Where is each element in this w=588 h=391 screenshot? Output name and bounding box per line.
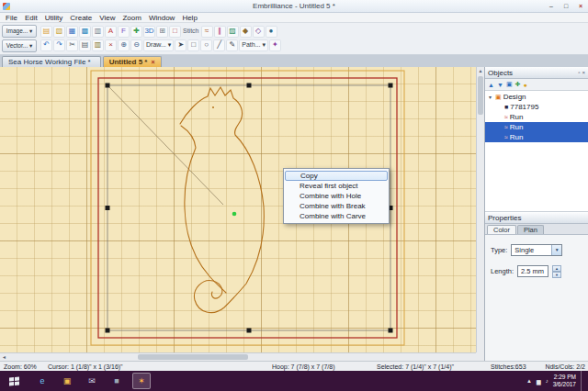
minimize-button[interactable]: –	[544, 0, 559, 12]
toolbar-icon[interactable]: ➤	[175, 39, 187, 51]
taskbar-app-icon[interactable]: ✉	[83, 373, 101, 389]
object-tree-row[interactable]: ≈ Run	[485, 132, 588, 142]
chevron-down-icon[interactable]: ▼	[551, 245, 561, 255]
toolbar-icon[interactable]: ✦	[269, 39, 281, 51]
menu-item[interactable]: Window	[145, 13, 178, 23]
toolbar-icon[interactable]: ◆	[240, 26, 252, 38]
toolbar-icon[interactable]: ↷	[53, 39, 65, 51]
scroll-up-icon[interactable]: ▲	[477, 67, 484, 75]
document-tab[interactable]: Untitled 5 * ×	[103, 56, 162, 67]
objects-toolbar-icon[interactable]: ✚	[515, 81, 521, 88]
properties-tab[interactable]: Color	[487, 225, 516, 234]
toolbar-icon[interactable]: ◇	[253, 26, 265, 38]
object-type-icon: ≈	[504, 114, 508, 120]
scroll-left-icon[interactable]: ◄	[0, 353, 8, 361]
taskbar-clock[interactable]: 2:29 PM 3/6/2017	[553, 374, 576, 388]
toolbar-icon[interactable]: ×	[105, 39, 117, 51]
toolbar: Image... ▾ Vector... ▾ ▤▧▦▩▥AF✚3D⊞□Stitc…	[0, 23, 588, 55]
type-select[interactable]: Single ▼	[511, 244, 562, 256]
spin-down-icon[interactable]: ▼	[552, 272, 561, 278]
horizontal-scrollbar[interactable]: ◄	[0, 352, 476, 361]
toolbar-icon[interactable]: 3D	[143, 26, 155, 38]
toolbar-icon[interactable]: □	[169, 26, 181, 38]
tab-close-icon[interactable]: ×	[151, 59, 154, 65]
menu-item[interactable]: Utility	[41, 13, 67, 23]
length-stepper[interactable]: ▲ ▼	[552, 265, 561, 277]
object-tree-row[interactable]: ▾ ▣ Design	[485, 92, 588, 102]
toolbar-icon[interactable]: ↶	[40, 39, 52, 51]
toolbar-icon[interactable]: A	[105, 26, 117, 38]
menu-item[interactable]: File	[2, 13, 21, 23]
taskbar-app-icon[interactable]: e	[33, 373, 51, 389]
toolbar-icon[interactable]: Path... ▾	[239, 39, 268, 51]
toolbar-icon[interactable]: F	[118, 26, 130, 38]
toolbar-icon[interactable]: ≈	[201, 26, 213, 38]
length-input[interactable]: 2.5 mm	[517, 265, 548, 277]
tree-expander-icon[interactable]: ▾	[487, 94, 493, 100]
toolbar-icon[interactable]: ▥	[92, 39, 104, 51]
toolbar-icon[interactable]: ○	[200, 39, 212, 51]
toolbar-icon[interactable]: ▩	[79, 26, 91, 38]
toolbar-icon[interactable]: ⊖	[130, 39, 142, 51]
object-tree-row[interactable]: ■ 7781795	[485, 102, 588, 112]
spin-up-icon[interactable]: ▲	[552, 265, 561, 272]
toolbar-icon[interactable]: ✂	[66, 39, 78, 51]
image-button[interactable]: Image... ▾	[2, 25, 37, 38]
toolbar-icon[interactable]: ▤	[40, 26, 52, 38]
close-button[interactable]: ×	[573, 0, 588, 12]
properties-tab[interactable]: Plan	[517, 225, 544, 234]
horizontal-scroll-thumb[interactable]	[138, 354, 248, 360]
objects-toolbar-icon[interactable]: ▣	[506, 81, 513, 88]
toolbar-icon[interactable]: ▦	[66, 26, 78, 38]
toolbar-icon[interactable]: ✎	[226, 39, 238, 51]
object-tree-row[interactable]: ≈ Run	[485, 112, 588, 122]
object-label: 7781795	[510, 103, 538, 111]
toolbar-icon[interactable]: ▥	[92, 26, 104, 38]
toolbar-icon[interactable]: ⊕	[118, 39, 130, 51]
vertical-scroll-thumb[interactable]	[478, 76, 483, 115]
design-canvas[interactable]: ▲ ◄	[0, 67, 484, 361]
menu-item[interactable]: Edit	[21, 13, 41, 23]
maximize-button[interactable]: □	[559, 0, 573, 12]
seahorse-outline[interactable]	[180, 87, 264, 313]
taskbar-app-icon[interactable]: ▣	[58, 373, 76, 389]
properties-panel-header: Properties	[485, 212, 588, 224]
context-menu-item[interactable]: Combine with Break	[285, 201, 388, 211]
toolbar-icon[interactable]: ●	[266, 26, 277, 38]
toolbar-icon[interactable]: ▧	[53, 26, 65, 38]
document-tab[interactable]: Sea Horse Working File *	[2, 56, 101, 67]
start-button[interactable]	[0, 371, 28, 391]
object-tree-row[interactable]: ≈ Run	[485, 122, 588, 132]
menu-item[interactable]: Help	[178, 13, 200, 23]
toolbar-icon[interactable]: Draw... ▾	[143, 39, 174, 51]
seahorse-belly-line[interactable]	[181, 126, 226, 293]
toolbar-icon[interactable]: Stitch	[182, 26, 200, 38]
objects-toolbar-icon[interactable]: ▼	[497, 82, 503, 88]
toolbar-icon[interactable]: ✚	[130, 26, 142, 38]
context-menu-item[interactable]: Combine with Hole	[285, 191, 388, 201]
objects-toolbar-icon[interactable]: ▲	[488, 82, 494, 88]
vertical-scrollbar[interactable]: ▲	[476, 67, 484, 352]
context-menu-item[interactable]: Copy	[285, 171, 388, 181]
menu-item[interactable]: Zoom	[119, 13, 144, 23]
toolbar-icon[interactable]: ∥	[214, 26, 226, 38]
menu-item[interactable]: Create	[66, 13, 96, 23]
panel-header-icon[interactable]: ×	[582, 70, 585, 75]
tray-icon[interactable]: ▲	[526, 378, 532, 384]
panel-header-icon[interactable]: ▫	[578, 70, 580, 75]
toolbar-icon[interactable]: ⊞	[156, 26, 168, 38]
taskbar-app-icon[interactable]: ✶	[132, 373, 151, 389]
toolbar-icon[interactable]: □	[187, 39, 199, 51]
toolbar-icon[interactable]: ▨	[227, 26, 239, 38]
tray-icon[interactable]: ▆	[537, 378, 541, 385]
show-desktop-button[interactable]	[581, 371, 584, 391]
menu-item[interactable]: View	[96, 13, 119, 23]
vector-button[interactable]: Vector... ▾	[2, 39, 37, 52]
context-menu-item[interactable]: Reveal first object	[285, 181, 388, 191]
toolbar-icon[interactable]: ▤	[79, 39, 91, 51]
context-menu-item[interactable]: Combine with Carve	[285, 211, 388, 221]
taskbar-app-icon[interactable]: ■	[107, 373, 126, 389]
toolbar-icon[interactable]: ╱	[213, 39, 225, 51]
objects-toolbar-icon[interactable]: ●	[523, 82, 526, 88]
tray-icon[interactable]: ♪	[546, 378, 548, 384]
